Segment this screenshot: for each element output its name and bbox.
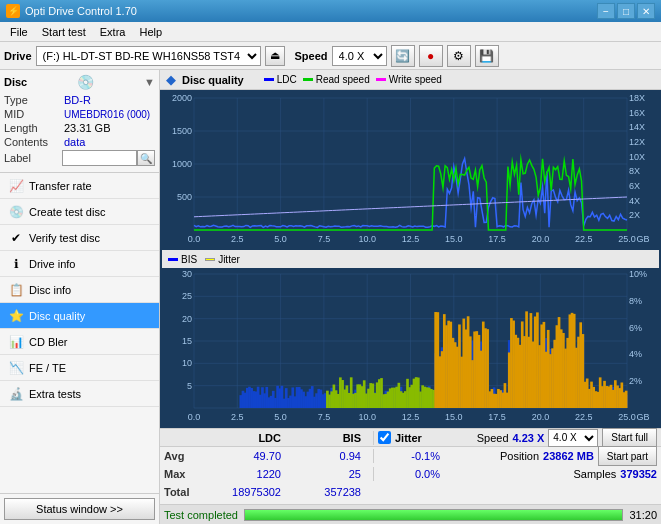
sidebar-item-extra-tests[interactable]: 🔬 Extra tests [0, 381, 159, 407]
position-value: 23862 MB [543, 450, 594, 462]
status-window-button[interactable]: Status window >> [4, 498, 155, 520]
eject-button[interactable]: ⏏ [265, 46, 285, 66]
type-label: Type [4, 94, 64, 106]
speed-select[interactable]: 4.0 X Max 8.0 X [332, 46, 387, 66]
upper-chart [162, 92, 659, 248]
max-ldc: 1220 [209, 468, 289, 480]
stats-bis-header: BIS [289, 432, 369, 444]
total-label: Total [164, 486, 209, 498]
progress-bar-fill [245, 510, 622, 520]
jitter-section: Jitter [378, 431, 422, 444]
stats-right-avg: Position 23862 MB [500, 450, 594, 462]
stats-divider3 [373, 467, 374, 481]
maximize-button[interactable]: □ [617, 3, 635, 19]
position-label: Position [500, 450, 539, 462]
drive-select[interactable]: (F:) HL-DT-ST BD-RE WH16NS58 TST4 [36, 46, 261, 66]
toolbar: Drive (F:) HL-DT-ST BD-RE WH16NS58 TST4 … [0, 42, 661, 70]
samples-label: Samples [573, 468, 616, 480]
start-full-button[interactable]: Start full [602, 428, 657, 448]
progress-bar-container [244, 509, 623, 521]
sidebar-item-drive-info[interactable]: ℹ Drive info [0, 251, 159, 277]
lower-chart [162, 270, 659, 426]
disc-panel-title: Disc [4, 76, 27, 88]
disc-panel-extra-icon: ▼ [144, 76, 155, 88]
stats-divider2 [373, 449, 374, 463]
label-input[interactable] [62, 150, 137, 166]
stats-bar: LDC BIS Jitter Speed 4.23 X 4.0 X Start … [160, 428, 661, 504]
content-area: ◆ Disc quality LDC Read speed Write spee… [160, 70, 661, 524]
menu-help[interactable]: Help [133, 24, 168, 40]
stats-ldc-header: LDC [209, 432, 289, 444]
write-speed-legend-dot [376, 78, 386, 81]
label-button[interactable]: 🔍 [137, 150, 155, 166]
disc-icon: 💿 [77, 74, 94, 90]
disc-quality-icon: ⭐ [8, 308, 24, 324]
write-speed-legend-label: Write speed [389, 74, 442, 85]
speed-label-header: Speed [477, 432, 509, 444]
sidebar-item-fe-te[interactable]: 📉 FE / TE [0, 355, 159, 381]
mid-value: UMEBDR016 (000) [64, 109, 150, 120]
chart-title: Disc quality [182, 74, 244, 86]
title-bar: ⚡ Opti Drive Control 1.70 − □ ✕ [0, 0, 661, 22]
chart-header: ◆ Disc quality LDC Read speed Write spee… [160, 70, 661, 90]
disc-info-icon: 📋 [8, 282, 24, 298]
close-button[interactable]: ✕ [637, 3, 655, 19]
samples-value: 379352 [620, 468, 657, 480]
total-bis: 357238 [289, 486, 369, 498]
sidebar-item-transfer-rate[interactable]: 📈 Transfer rate [0, 173, 159, 199]
fe-te-icon: 📉 [8, 360, 24, 376]
verify-test-disc-icon: ✔ [8, 230, 24, 246]
max-label: Max [164, 468, 209, 480]
sidebar: Disc 💿 ▼ Type BD-R MID UMEBDR016 (000) L… [0, 70, 160, 524]
max-bis: 25 [289, 468, 369, 480]
nav-items: 📈 Transfer rate 💿 Create test disc ✔ Ver… [0, 173, 159, 493]
transfer-rate-icon: 📈 [8, 178, 24, 194]
length-label: Length [4, 122, 64, 134]
progress-label: Test completed [164, 509, 238, 521]
burn-button[interactable]: ● [419, 45, 443, 67]
app-title: Opti Drive Control 1.70 [25, 5, 137, 17]
refresh-button[interactable]: 🔄 [391, 45, 415, 67]
sidebar-item-create-test-disc[interactable]: 💿 Create test disc [0, 199, 159, 225]
avg-jitter: -0.1% [378, 450, 448, 462]
read-speed-legend-label: Read speed [316, 74, 370, 85]
type-value: BD-R [64, 94, 91, 106]
settings-button[interactable]: ⚙ [447, 45, 471, 67]
menu-file[interactable]: File [4, 24, 34, 40]
progress-area: Test completed 31:20 [160, 504, 661, 524]
speed-display: 4.23 X [513, 432, 545, 444]
save-button[interactable]: 💾 [475, 45, 499, 67]
status-area: Status window >> [0, 493, 159, 524]
bis-legend-dot [168, 258, 178, 261]
avg-ldc: 49.70 [209, 450, 289, 462]
menu-start-test[interactable]: Start test [36, 24, 92, 40]
drive-info-icon: ℹ [8, 256, 24, 272]
disc-panel: Disc 💿 ▼ Type BD-R MID UMEBDR016 (000) L… [0, 70, 159, 173]
progress-time: 31:20 [629, 509, 657, 521]
contents-value: data [64, 136, 85, 148]
total-ldc: 18975302 [209, 486, 289, 498]
start-part-button[interactable]: Start part [598, 446, 657, 466]
stats-divider1 [373, 431, 374, 445]
label-label: Label [4, 152, 62, 164]
avg-bis: 0.94 [289, 450, 369, 462]
avg-label: Avg [164, 450, 209, 462]
minimize-button[interactable]: − [597, 3, 615, 19]
contents-label: Contents [4, 136, 64, 148]
ldc-legend-label: LDC [277, 74, 297, 85]
lower-chart-header: BIS Jitter [162, 250, 659, 268]
sidebar-item-disc-quality[interactable]: ⭐ Disc quality [0, 303, 159, 329]
menu-bar: File Start test Extra Help [0, 22, 661, 42]
jitter-header: Jitter [395, 432, 422, 444]
sidebar-item-disc-info[interactable]: 📋 Disc info [0, 277, 159, 303]
mid-label: MID [4, 108, 64, 120]
stats-right-header: Speed 4.23 X 4.0 X [477, 429, 599, 447]
sidebar-item-cd-bler[interactable]: 📊 CD Bler [0, 329, 159, 355]
jitter-checkbox[interactable] [378, 431, 391, 444]
create-test-disc-icon: 💿 [8, 204, 24, 220]
jitter-legend-dot [205, 258, 215, 261]
main-layout: Disc 💿 ▼ Type BD-R MID UMEBDR016 (000) L… [0, 70, 661, 524]
menu-extra[interactable]: Extra [94, 24, 132, 40]
speed-select-stats[interactable]: 4.0 X [548, 429, 598, 447]
sidebar-item-verify-test-disc[interactable]: ✔ Verify test disc [0, 225, 159, 251]
